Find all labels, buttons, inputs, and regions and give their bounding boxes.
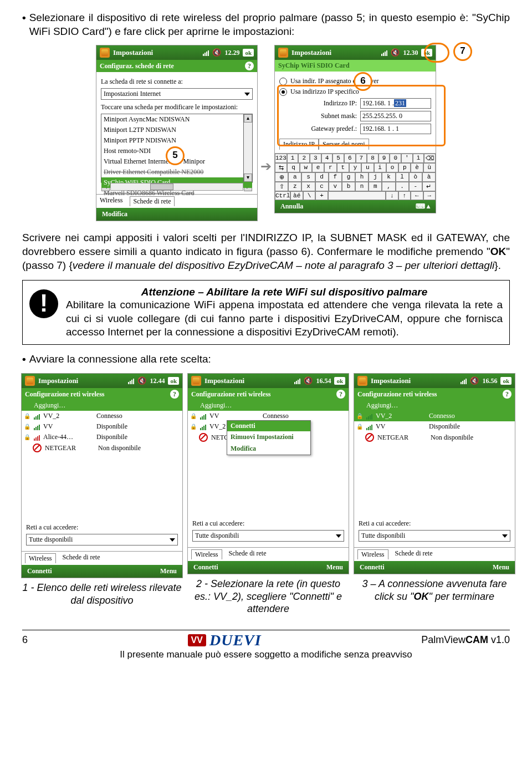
cancel-softkey[interactable]: Annulla xyxy=(280,202,303,211)
list-item[interactable]: Driver Ethernet Compatibile NE2000 xyxy=(101,167,252,177)
wifi-signal-icon xyxy=(366,424,372,430)
connect-softkey[interactable]: Connetti xyxy=(193,563,218,572)
softkey-bar: Annulla ⌨ ▴ xyxy=(275,200,436,213)
ok-button[interactable]: ok xyxy=(334,377,345,385)
speaker-icon: 🔇 xyxy=(212,48,221,57)
help-icon[interactable]: ? xyxy=(336,390,345,399)
denied-icon xyxy=(33,443,42,452)
start-icon[interactable] xyxy=(357,376,367,386)
ok-button[interactable]: ok xyxy=(500,377,511,385)
bullet-1-text: Selezionare il dispositivo di rete wirel… xyxy=(29,11,510,38)
scrollbar[interactable]: ▴▾ xyxy=(243,114,252,182)
tab-schede[interactable]: Schede di rete xyxy=(63,553,100,563)
adapter-listbox[interactable]: Miniport AsyncMac NDISWAN Miniport L2TP … xyxy=(101,114,253,182)
add-new-row[interactable]: Aggiungi… xyxy=(354,400,515,411)
tab-wireless[interactable]: Wireless xyxy=(191,549,222,559)
label-access: Reti a cui accedere: xyxy=(26,523,178,532)
wifi-signal-icon xyxy=(366,413,372,420)
screenshot-row-2: Impostazioni🔇12.44ok Configurazione reti… xyxy=(22,373,510,615)
modify-softkey[interactable]: Modifica xyxy=(102,210,127,218)
connect-softkey[interactable]: Connetti xyxy=(27,567,52,575)
menu-connect[interactable]: Connetti xyxy=(227,421,310,431)
footer: 6 VV DUEVI PalmViewCAM v1.0 xyxy=(0,630,532,649)
menu-softkey[interactable]: Menu xyxy=(326,563,343,572)
help-icon[interactable]: ? xyxy=(503,390,511,399)
network-row[interactable]: 🔒VV_2Connesso xyxy=(22,411,182,421)
network-row[interactable]: NETGEARNon disponibile xyxy=(354,432,515,443)
start-icon[interactable] xyxy=(100,48,110,58)
lock-icon: 🔒 xyxy=(190,424,197,430)
network-row[interactable]: 🔒Alice-44…Disponibile xyxy=(22,432,182,442)
access-select[interactable]: Tutte disponibili xyxy=(192,530,344,542)
tab-ip[interactable]: Indirizzo IP xyxy=(279,139,319,150)
h-scrollbar[interactable]: ◂▸ xyxy=(101,182,253,191)
logo: VV DUEVI xyxy=(188,631,262,649)
menu-softkey[interactable]: Menu xyxy=(493,563,509,572)
tab-schede[interactable]: Schede di rete xyxy=(395,549,433,559)
connect-softkey[interactable]: Connetti xyxy=(360,563,385,572)
radio-icon xyxy=(279,88,287,96)
radio-static[interactable]: Usa indirizzo IP specifico xyxy=(279,88,431,96)
mask-field[interactable]: 255.255.255. 0 xyxy=(360,111,431,121)
softkey-bar: Modifica xyxy=(96,208,257,221)
mask-label: Subnet mask: xyxy=(321,112,357,120)
vv-badge: VV xyxy=(188,634,206,646)
ok-button[interactable]: ok xyxy=(168,377,179,385)
add-new-row[interactable]: Aggiungi… xyxy=(188,400,349,411)
signal-icon xyxy=(381,49,387,56)
keyboard-icon[interactable]: ⌨ ▴ xyxy=(416,202,430,211)
start-icon[interactable] xyxy=(278,48,288,58)
wifi-signal-icon xyxy=(200,413,206,420)
menu-softkey[interactable]: Menu xyxy=(160,567,177,575)
list-item[interactable]: Miniport AsyncMac NDISWAN xyxy=(101,114,252,125)
screenshot-wireless-list: Impostazioni🔇12.44ok Configurazione reti… xyxy=(21,373,183,578)
ok-button[interactable]: ok xyxy=(243,49,254,57)
clock: 12.29 xyxy=(224,49,239,57)
attention-title: Attenzione – Abilitare la rete WiFi sul … xyxy=(66,286,503,298)
tab-wireless[interactable]: Wireless xyxy=(357,549,388,559)
speaker-icon: 🔇 xyxy=(391,48,400,57)
tab-schede[interactable]: Schede di rete xyxy=(229,549,267,559)
scroll-up-icon[interactable]: ▴ xyxy=(244,114,252,123)
bullet-mark: • xyxy=(22,11,26,38)
gateway-field[interactable]: 192.168. 1 . 1 xyxy=(360,124,431,134)
lock-icon: 🔒 xyxy=(356,413,363,419)
wifi-signal-icon xyxy=(200,424,206,430)
lock-icon: 🔒 xyxy=(356,424,363,430)
access-select[interactable]: Tutte disponibili xyxy=(26,534,178,545)
speaker-icon: 🔇 xyxy=(137,376,146,385)
wifi-signal-icon xyxy=(34,434,40,441)
menu-modify[interactable]: Modifica xyxy=(227,443,310,455)
denied-icon xyxy=(365,433,374,442)
start-icon[interactable] xyxy=(25,376,35,386)
network-row[interactable]: NETGEARNon disponibile xyxy=(22,442,182,453)
ok-button[interactable]: ok xyxy=(421,49,432,57)
radio-icon xyxy=(279,78,287,85)
caption-3: 3 – A connessione avvenuta fare click su… xyxy=(355,578,514,603)
access-select[interactable]: Tutte disponibili xyxy=(359,530,510,542)
menu-remove[interactable]: Rimuovi Impostazioni xyxy=(227,431,310,443)
caption-2: 2 - Selezionare la rete (in questo es.: … xyxy=(188,578,348,615)
list-item[interactable]: Miniport L2TP NDISWAN xyxy=(101,125,252,135)
tab-wireless[interactable]: Wireless xyxy=(25,553,56,563)
help-icon[interactable]: ? xyxy=(245,62,254,70)
soft-keyboard[interactable]: 1231234567890'ì⌫ ⇆qwertyuiopèù ⊕asdfghjk… xyxy=(275,153,436,200)
network-row[interactable]: 🔒VVDisponibile xyxy=(354,421,515,432)
signal-icon xyxy=(128,378,134,384)
scroll-down-icon[interactable]: ▾ xyxy=(244,174,252,182)
win-title: Impostazioni xyxy=(113,48,153,57)
network-row[interactable]: 🔒VVDisponibile xyxy=(22,421,182,432)
screenshot-wireless-menu: Impostazioni🔇16.54ok Configurazione reti… xyxy=(187,373,349,574)
list-item[interactable]: Miniport PPTP NDISWAN xyxy=(101,135,252,146)
wifi-signal-icon xyxy=(34,413,40,420)
network-row[interactable]: 🔒VV_2Connesso xyxy=(354,411,515,421)
speaker-icon: 🔇 xyxy=(304,376,313,385)
ip-field[interactable]: 192.168. 1 .231 xyxy=(360,98,431,109)
network-type-select[interactable]: Impostazioni Internet xyxy=(101,88,253,100)
tab-dns[interactable]: Server dei nomi xyxy=(319,139,369,150)
help-icon[interactable]: ? xyxy=(170,390,179,399)
lock-icon: 🔒 xyxy=(190,413,197,419)
lock-icon: 🔒 xyxy=(24,434,30,440)
start-icon[interactable] xyxy=(191,376,201,386)
add-new-row[interactable]: Aggiungi… xyxy=(22,400,182,411)
